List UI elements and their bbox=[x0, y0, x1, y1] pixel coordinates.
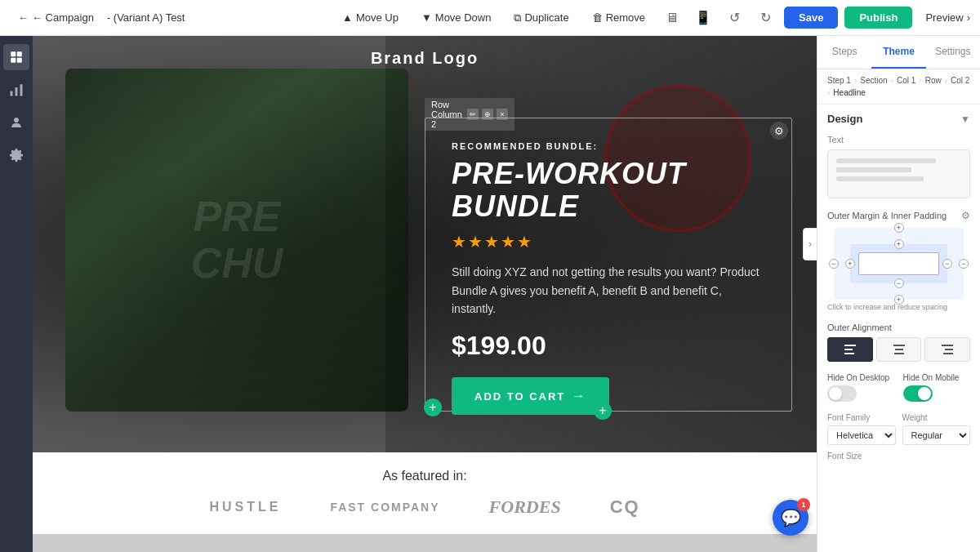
breadcrumb-section[interactable]: Section bbox=[860, 76, 887, 85]
spacing-outer-bottom-btn[interactable]: + bbox=[894, 295, 904, 305]
sidebar-item-pages[interactable] bbox=[3, 44, 29, 70]
text-section-label: Text bbox=[827, 135, 970, 145]
spacing-outer-right-btn[interactable]: − bbox=[959, 259, 969, 269]
remove-button[interactable]: 🗑 Remove bbox=[584, 7, 653, 28]
back-label: ← Campaign bbox=[32, 11, 94, 24]
align-left-button[interactable] bbox=[827, 337, 873, 362]
featured-title: As featured in: bbox=[65, 469, 784, 483]
hide-mobile: Hide On Mobile bbox=[903, 373, 971, 402]
move-down-button[interactable]: ▼ Move Down bbox=[413, 7, 500, 28]
remove-label: Remove bbox=[606, 11, 645, 24]
duplicate-icon: ⧉ bbox=[514, 11, 521, 24]
product-description: Still doing XYZ and not getting the resu… bbox=[452, 263, 765, 318]
font-weight-label: Weight bbox=[902, 413, 971, 422]
spacing-inner-bottom-btn[interactable]: − bbox=[894, 278, 904, 288]
brand-logo: Brand Logo bbox=[371, 49, 479, 68]
spacing-inner-right-btn[interactable]: − bbox=[942, 259, 952, 269]
add-col-button[interactable]: + bbox=[424, 398, 442, 416]
save-button[interactable]: Save bbox=[784, 7, 838, 29]
cart-arrow-icon: → bbox=[572, 389, 586, 403]
design-label: Design bbox=[827, 113, 862, 125]
svg-rect-16 bbox=[943, 353, 953, 354]
text-preview bbox=[827, 149, 970, 198]
design-header[interactable]: Design ▼ bbox=[827, 113, 970, 125]
breadcrumb-sep-3: › bbox=[919, 76, 921, 85]
hide-desktop: Hide On Desktop bbox=[827, 373, 895, 402]
text-line-3 bbox=[836, 176, 924, 181]
alignment-section: Outer Alignment bbox=[827, 323, 970, 362]
sidebar-item-analytics[interactable] bbox=[3, 77, 29, 103]
redo-button[interactable]: ↻ bbox=[753, 6, 777, 30]
trash-icon: 🗑 bbox=[592, 11, 603, 24]
hero-section: PRECHU Brand Logo Row Column 2 ✏ ⊕ bbox=[33, 36, 817, 452]
svg-point-7 bbox=[14, 118, 19, 122]
mobile-view-button[interactable]: 📱 bbox=[691, 6, 715, 30]
move-down-icon: ▼ bbox=[421, 11, 432, 24]
product-label: PRECHU bbox=[191, 194, 283, 287]
top-bar-left: ← ← Campaign - (Variant A) Test bbox=[10, 7, 327, 28]
font-family-col: Font Family Helvetica Arial Georgia bbox=[827, 413, 896, 445]
preview-button[interactable]: Preview › bbox=[925, 11, 970, 24]
breadcrumb-col1[interactable]: Col 1 bbox=[897, 76, 915, 85]
font-weight-col: Weight Regular Bold Light bbox=[902, 413, 971, 445]
hide-section: Hide On Desktop Hide On Mobile bbox=[827, 373, 970, 402]
spacing-section: Outer Margin & Inner Padding ⚙ + + − − +… bbox=[827, 210, 970, 311]
font-family-select[interactable]: Helvetica Arial Georgia bbox=[827, 425, 896, 445]
featured-section: As featured in: HUSTLE FAST COMPANY Ford… bbox=[33, 452, 817, 534]
font-section: Font Family Helvetica Arial Georgia Weig… bbox=[827, 413, 970, 461]
canvas-toggle-button[interactable]: › bbox=[803, 228, 817, 260]
spacing-inner-top-btn[interactable]: + bbox=[894, 239, 904, 249]
tab-steps[interactable]: Steps bbox=[817, 36, 871, 69]
spacing-header: Outer Margin & Inner Padding ⚙ bbox=[827, 210, 970, 221]
svg-rect-5 bbox=[16, 87, 18, 96]
product-price: $199.00 bbox=[452, 331, 765, 361]
move-down-label: Move Down bbox=[435, 11, 492, 24]
canvas-area[interactable]: PRECHU Brand Logo Row Column 2 ✏ ⊕ bbox=[33, 36, 817, 552]
svg-rect-9 bbox=[844, 349, 853, 350]
design-collapse-icon: ▼ bbox=[960, 114, 970, 125]
move-up-label: Move Up bbox=[356, 11, 399, 24]
breadcrumb-sep-5: › bbox=[827, 88, 830, 97]
breadcrumb-col2[interactable]: Col 2 bbox=[951, 76, 969, 85]
svg-rect-1 bbox=[17, 51, 22, 56]
breadcrumb-row[interactable]: Row bbox=[925, 76, 942, 85]
align-right-button[interactable] bbox=[924, 337, 970, 362]
add-row-button[interactable]: + bbox=[594, 402, 612, 420]
desktop-view-button[interactable]: 🖥 bbox=[660, 6, 684, 30]
duplicate-button[interactable]: ⧉ Duplicate bbox=[506, 7, 577, 29]
back-button[interactable]: ← ← Campaign bbox=[10, 7, 102, 28]
breadcrumb-step1[interactable]: Step 1 bbox=[827, 76, 851, 85]
undo-button[interactable]: ↺ bbox=[722, 6, 746, 30]
publish-button[interactable]: Publish bbox=[844, 7, 912, 29]
spacing-inner-left-btn[interactable]: + bbox=[845, 259, 855, 269]
tab-settings[interactable]: Settings bbox=[926, 36, 980, 69]
font-size-label: Font Size bbox=[827, 452, 970, 461]
breadcrumb: Step 1 › Section › Col 1 › Row › Col 2 ›… bbox=[827, 76, 970, 97]
breadcrumb-area: Step 1 › Section › Col 1 › Row › Col 2 ›… bbox=[817, 69, 980, 105]
right-panel: Steps Theme Settings Step 1 › Section › … bbox=[817, 36, 980, 552]
sidebar-item-settings[interactable] bbox=[3, 142, 29, 168]
tab-theme[interactable]: Theme bbox=[871, 36, 925, 69]
product-image: PRECHU bbox=[65, 69, 408, 412]
align-center-button[interactable] bbox=[876, 337, 922, 362]
spacing-outer-top-btn[interactable]: + bbox=[894, 223, 904, 233]
hide-mobile-toggle[interactable] bbox=[903, 385, 933, 402]
sidebar-item-users[interactable] bbox=[3, 109, 29, 136]
hide-desktop-toggle[interactable] bbox=[827, 385, 857, 402]
text-line-2 bbox=[836, 167, 911, 172]
content-settings-icon[interactable]: ⚙ bbox=[770, 122, 788, 140]
add-to-cart-button[interactable]: ADD TO CART → bbox=[452, 377, 609, 415]
move-up-icon: ▲ bbox=[342, 11, 353, 24]
left-sidebar bbox=[0, 36, 33, 552]
preview-arrow-icon: › bbox=[967, 11, 970, 24]
move-up-button[interactable]: ▲ Move Up bbox=[334, 7, 407, 28]
top-bar-actions: ▲ Move Up ▼ Move Down ⧉ Duplicate 🗑 Remo… bbox=[334, 6, 970, 30]
hide-mobile-label: Hide On Mobile bbox=[903, 373, 971, 382]
breadcrumb-sep-4: › bbox=[945, 76, 947, 85]
chat-bubble[interactable]: 💬 1 bbox=[773, 500, 808, 536]
breadcrumb-sep-2: › bbox=[891, 76, 893, 85]
featured-logos: HUSTLE FAST COMPANY Fordes CQ bbox=[65, 496, 784, 518]
font-weight-select[interactable]: Regular Bold Light bbox=[902, 425, 971, 445]
spacing-gear-icon[interactable]: ⚙ bbox=[961, 210, 970, 221]
spacing-outer-left-btn[interactable]: − bbox=[829, 259, 839, 269]
